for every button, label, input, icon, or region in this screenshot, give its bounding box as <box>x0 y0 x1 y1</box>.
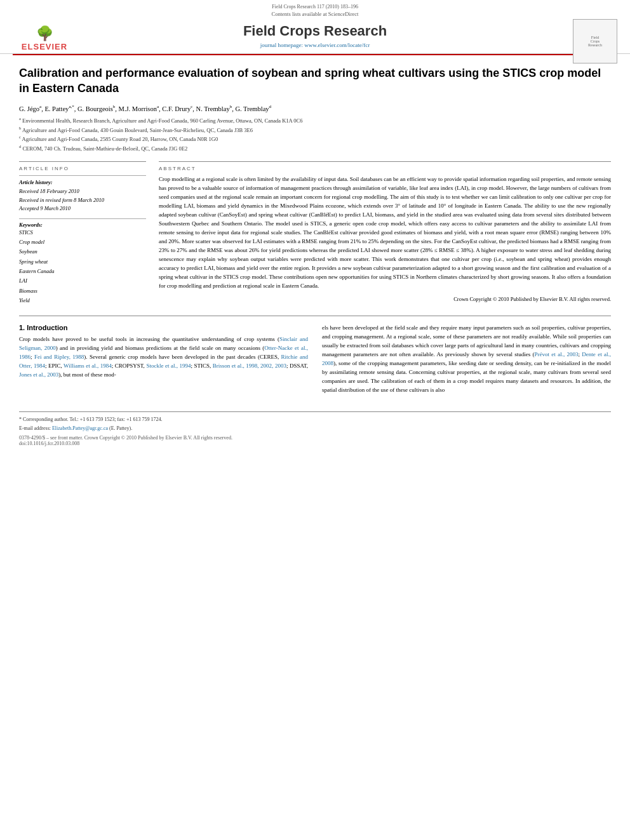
email-note: E-mail address: Elizabeth.Pattey@agr.gc.… <box>19 425 611 432</box>
elsevier-tree-icon: 🌳 <box>36 25 53 42</box>
page-footer: * Corresponding author. Tel.: +1 613 759… <box>19 411 611 449</box>
keyword-3: Soybean <box>19 247 146 257</box>
article-history: Article history: Received 18 February 20… <box>19 175 146 213</box>
affiliation-c: c Agriculture and Agri-Food Canada, 2585… <box>19 134 611 143</box>
main-col-right: els have been developed at the field sca… <box>322 324 611 399</box>
article-info-column: ARTICLE INFO Article history: Received 1… <box>19 161 146 305</box>
article-body: Calibration and performance evaluation o… <box>0 55 630 411</box>
keywords-label: Keywords: <box>19 222 146 228</box>
ref-jones[interactable]: Jones et al., 2003 <box>19 371 58 378</box>
authors-line: G. Jégoa, E. Patteya,*, G. Bourgeoisb, M… <box>19 104 611 112</box>
section-title-introduction: 1. Introduction <box>19 324 308 331</box>
ref-williams[interactable]: Williams et al., 1984 <box>64 363 112 369</box>
abstract-text: Crop modelling at a regional scale is of… <box>159 175 611 290</box>
elsevier-logo: 🌳 ELSEVIER <box>13 19 76 57</box>
keyword-list: STICS Crop model Soybean Spring wheat Ea… <box>19 228 146 305</box>
article-title: Calibration and performance evaluation o… <box>19 65 611 97</box>
journal-header-title-row: 🌳 ELSEVIER Field Crops Research FieldCro… <box>13 19 617 42</box>
email-link[interactable]: Elizabeth.Pattey@agr.gc.ca <box>52 425 108 431</box>
corresponding-author-note: * Corresponding author. Tel.: +1 613 759… <box>19 416 611 423</box>
article-info-label: ARTICLE INFO <box>19 166 146 171</box>
ref-brisson[interactable]: Brisson et al., 1998, 2002, 2003 <box>213 363 286 369</box>
intro-paragraph-2: els have been developed at the field sca… <box>322 324 611 395</box>
ref-stockle[interactable]: Stockle et al., 1994 <box>146 363 191 369</box>
history-label: Article history: <box>19 178 146 187</box>
page: Field Crops Research 117 (2010) 183–196 … <box>0 0 630 840</box>
keyword-6: LAI <box>19 276 146 286</box>
main-content-two-col: 1. Introduction Crop models have proved … <box>19 324 611 399</box>
keyword-5: Eastern Canada <box>19 267 146 276</box>
ref-fei-ripley[interactable]: Fei and Ripley, 1988 <box>34 354 84 360</box>
revised-date: Received in revised form 8 March 2010 <box>19 196 146 205</box>
journal-header-top-text: Field Crops Research 117 (2010) 183–196 <box>13 4 617 10</box>
affiliation-a: a Environmental Health, Research Branch,… <box>19 116 611 125</box>
issn-line: 0378-4290/$ – see front matter. Crown Co… <box>19 435 611 446</box>
main-col-left: 1. Introduction Crop models have proved … <box>19 324 308 399</box>
ref-prevot[interactable]: Prévot et al., 2003 <box>535 351 579 357</box>
keyword-7: Biomass <box>19 286 146 296</box>
keyword-1: STICS <box>19 228 146 237</box>
intro-paragraph-1: Crop models have proved to be useful too… <box>19 335 308 380</box>
journal-main-title: Field Crops Research <box>13 23 617 39</box>
affiliations: a Environmental Health, Research Branch,… <box>19 116 611 152</box>
contents-list-text: Contents lists available at ScienceDirec… <box>13 11 617 17</box>
elsevier-wordmark: ELSEVIER <box>22 42 67 51</box>
journal-header: Field Crops Research 117 (2010) 183–196 … <box>0 0 630 54</box>
affiliation-b: b Agriculture and Agri-Food Canada, 430 … <box>19 125 611 135</box>
field-crops-logo: FieldCropsResearch <box>573 19 617 63</box>
keywords-section: Keywords: STICS Crop model Soybean Sprin… <box>19 218 146 305</box>
abstract-column: ABSTRACT Crop modelling at a regional sc… <box>159 161 611 305</box>
journal-homepage-link[interactable]: journal homepage: www.elsevier.com/locat… <box>13 42 617 51</box>
keyword-4: Spring wheat <box>19 257 146 267</box>
abstract-label: ABSTRACT <box>159 166 611 171</box>
received-date: Received 18 February 2010 <box>19 187 146 196</box>
accepted-date: Accepted 9 March 2010 <box>19 204 146 213</box>
affiliation-d: d CEROM, 740 Ch. Trudeau, Saint-Mathieu-… <box>19 143 611 153</box>
copyright-line: Crown Copyright © 2010 Published by Else… <box>159 296 611 302</box>
keyword-8: Yield <box>19 296 146 305</box>
section-divider <box>19 316 611 316</box>
article-info-abstract-section: ARTICLE INFO Article history: Received 1… <box>19 161 611 305</box>
keyword-2: Crop model <box>19 237 146 247</box>
